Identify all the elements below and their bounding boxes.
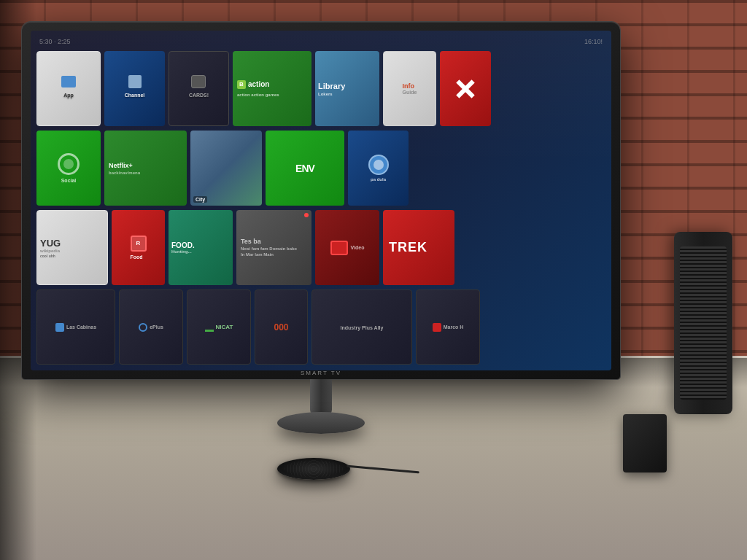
tile-video[interactable]: Video <box>315 210 379 285</box>
tile-social[interactable]: Social <box>36 131 101 206</box>
tile-wiki[interactable]: YUG wikipedia cool uhh <box>36 210 108 285</box>
tile-action[interactable]: B action action action games <box>233 51 311 126</box>
tile-ea[interactable]: Tes ba Nosi fam fam Domain bakoIn Mar la… <box>236 210 311 285</box>
scene: 5:30 · 2:25 16:10! App <box>0 0 747 560</box>
small-device-right <box>623 414 667 472</box>
monitor-screen: 5:30 · 2:25 16:10! App <box>31 31 611 370</box>
notification-badge <box>304 213 309 217</box>
speaker-grill <box>680 246 727 400</box>
monitor-stand <box>277 379 365 438</box>
right-speaker <box>674 232 732 414</box>
tile-nicat[interactable]: NICAT <box>187 289 251 365</box>
tv-tile-row-3: YUG wikipedia cool uhh R Food <box>36 210 605 285</box>
tile-env[interactable]: ENV <box>266 131 344 206</box>
tv-top-bar: 5:30 · 2:25 16:10! <box>36 36 605 47</box>
tile-food-green[interactable]: FOOD. Hunting... <box>169 210 233 285</box>
tile-store[interactable]: CARDS! <box>169 51 229 126</box>
smart-speaker-puck[interactable] <box>277 458 350 480</box>
tv-brand-label: SMART TV <box>301 370 341 376</box>
stand-neck <box>310 379 332 416</box>
tv-ui: 5:30 · 2:25 16:10! App <box>31 31 611 370</box>
tile-app[interactable]: App <box>36 51 101 126</box>
monitor-container: 5:30 · 2:25 16:10! App <box>22 22 620 438</box>
tile-city-guide[interactable]: City <box>190 131 262 206</box>
tv-time-left: 5:30 · 2:25 <box>39 38 71 45</box>
tv-time-right: 16:10! <box>584 38 603 45</box>
tile-library[interactable]: Library Lokers <box>315 51 379 126</box>
monitor-frame: 5:30 · 2:25 16:10! App <box>22 22 620 379</box>
tile-channel[interactable]: Channel <box>104 51 165 126</box>
tile-info[interactable]: Info Guide <box>383 51 436 126</box>
tile-000[interactable]: 000 <box>255 289 308 365</box>
tile-las-cabinas[interactable]: Las Cabinas <box>36 289 115 365</box>
tile-eplus[interactable]: ePlus <box>119 289 183 365</box>
stand-base <box>277 412 365 434</box>
tile-trek[interactable]: TREK <box>383 210 454 285</box>
tile-industry[interactable]: Industry Plus Ally <box>311 289 412 365</box>
tile-food-red[interactable]: R Food <box>112 210 165 285</box>
tile-marco[interactable]: Marco H <box>416 289 480 365</box>
tile-map[interactable]: Netflix+ back/nav/menu <box>104 131 187 206</box>
tile-profile[interactable]: pa dula <box>348 131 409 206</box>
tv-tile-row-2: Social Netflix+ back/nav/menu City <box>36 131 605 206</box>
tile-cross[interactable] <box>440 51 491 126</box>
tv-tile-row-4: Las Cabinas ePlus NI <box>36 289 605 365</box>
puck-texture <box>285 460 343 478</box>
tv-tile-row-1: App Channel CARDS! <box>36 51 605 126</box>
